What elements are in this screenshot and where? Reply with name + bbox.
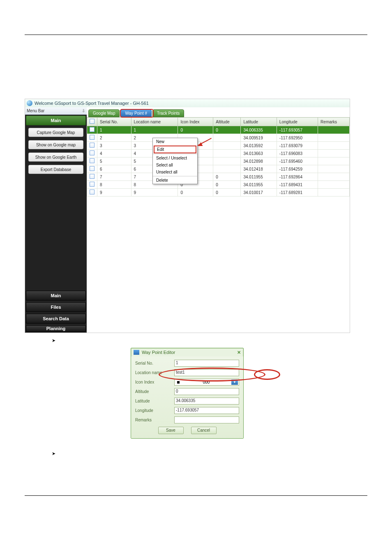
col-remarks[interactable]: Remarks xyxy=(318,118,350,126)
col-icon[interactable]: Icon Index xyxy=(178,118,213,126)
cell-select[interactable] xyxy=(87,189,97,197)
input-altitude[interactable]: 0 xyxy=(174,388,239,395)
select-icon-value: 000 xyxy=(203,380,210,384)
cell-select[interactable] xyxy=(87,134,97,142)
sidebar-group-main[interactable]: Main xyxy=(26,116,86,125)
chevron-down-icon[interactable]: ▼ xyxy=(231,379,238,385)
cell-serial: 2 xyxy=(97,134,131,142)
cell-serial: 1 xyxy=(97,126,131,134)
cell-select[interactable] xyxy=(87,165,97,173)
editor-title-text: Way Point Editor xyxy=(142,350,175,355)
close-icon[interactable]: ✕ xyxy=(237,350,241,355)
col-serial[interactable]: Serial No. xyxy=(97,118,131,126)
bullet-list: ➤ xyxy=(25,337,367,344)
cell-altitude: 0 xyxy=(213,126,241,134)
window-titlebar: Welcome GSsport to GS-Sport Travel Manag… xyxy=(25,99,350,107)
sidebar: Menu Bar ⇩ Main Capture Google Map Show … xyxy=(25,107,87,333)
tab-way-point-label: Way Point # xyxy=(125,111,147,116)
tab-track-points[interactable]: Track Points xyxy=(152,109,184,117)
cell-longitude: -117.693079 xyxy=(277,142,318,150)
tab-google-map[interactable]: Google Map xyxy=(88,109,120,117)
context-menu: New Edit Select / Unselect Select all Un… xyxy=(152,138,198,184)
cell-serial: 7 xyxy=(97,173,131,181)
cell-altitude xyxy=(213,150,241,157)
window-title: Welcome GSsport to GS-Sport Travel Manag… xyxy=(35,101,149,106)
tab-way-point[interactable]: Way Point # xyxy=(120,109,152,117)
ctx-new[interactable]: New xyxy=(153,138,197,145)
input-remarks[interactable] xyxy=(174,416,239,423)
bullet-1: ➤ xyxy=(52,337,367,344)
cell-remarks xyxy=(318,134,350,142)
pin-icon[interactable]: ⇩ xyxy=(82,109,85,113)
lbl-location: Location name xyxy=(135,370,174,375)
red-ellipse-side xyxy=(254,369,280,380)
input-serial[interactable]: 1 xyxy=(174,360,239,367)
table-row[interactable]: 6634.012418-117.694259 xyxy=(87,165,350,173)
cell-location: 9 xyxy=(131,189,178,197)
cell-select[interactable] xyxy=(87,181,97,189)
ctx-edit[interactable]: Edit xyxy=(154,146,196,153)
table-row[interactable]: 5534.012898-117.695460 xyxy=(87,157,350,165)
cell-select[interactable] xyxy=(87,142,97,150)
cell-longitude: -117.693057 xyxy=(277,126,318,134)
sidebar-bottom-planning[interactable]: Planning xyxy=(26,325,86,332)
cell-longitude: -117.692864 xyxy=(277,173,318,181)
bullet-icon: ➤ xyxy=(52,337,55,344)
table-row[interactable]: 2234.009519-117.692950 xyxy=(87,134,350,142)
content-area: Google Map Way Point # Track Points Seri… xyxy=(87,107,350,333)
cell-select[interactable] xyxy=(87,126,97,134)
cell-longitude: -117.689281 xyxy=(277,189,318,197)
cell-latitude: 34.012418 xyxy=(241,165,277,173)
icon-preview-dot xyxy=(177,381,180,384)
cell-remarks xyxy=(318,142,350,150)
table-row[interactable]: 110034.006335-117.693057 xyxy=(87,126,350,134)
cell-serial: 9 xyxy=(97,189,131,197)
cell-latitude: 34.010017 xyxy=(241,189,277,197)
ctx-select-unselect[interactable]: Select / Unselect xyxy=(153,155,197,162)
input-latitude[interactable]: 34.006335 xyxy=(174,398,239,405)
btn-export-database[interactable]: Export Database xyxy=(28,165,83,174)
input-location[interactable]: test1 xyxy=(174,369,239,376)
cell-remarks xyxy=(318,189,350,197)
ctx-delete[interactable]: Delete xyxy=(153,177,197,184)
table-row[interactable]: 4434.013663-117.696083 xyxy=(87,150,350,157)
col-longitude[interactable]: Longitude xyxy=(277,118,318,126)
menubar-label: Menu Bar xyxy=(27,109,44,113)
cell-remarks xyxy=(318,150,350,157)
sidebar-bottom-search[interactable]: Search Data xyxy=(26,314,86,324)
col-altitude[interactable]: Altitude xyxy=(213,118,241,126)
cell-remarks xyxy=(318,173,350,181)
btn-capture-google-map[interactable]: Capture Google Map xyxy=(28,128,83,137)
cell-serial: 3 xyxy=(97,142,131,150)
input-longitude[interactable]: -117.693057 xyxy=(174,407,239,414)
ctx-select-all[interactable]: Select all xyxy=(153,162,197,169)
cell-select[interactable] xyxy=(87,173,97,181)
select-icon-index[interactable]: 000 ▼ xyxy=(174,379,239,386)
table-row[interactable]: 3334.013592-117.693079 xyxy=(87,142,350,150)
dialog-icon xyxy=(134,350,139,355)
editor-titlebar: Way Point Editor ✕ xyxy=(131,348,243,356)
cancel-button[interactable]: Cancel xyxy=(191,427,217,434)
ctx-unselect-all[interactable]: Unselect all xyxy=(153,169,197,176)
cell-altitude: 0 xyxy=(213,181,241,189)
col-location[interactable]: Location name xyxy=(131,118,178,126)
lbl-longitude: Longitude xyxy=(135,408,174,413)
col-latitude[interactable]: Latitude xyxy=(241,118,277,126)
sidebar-bottom-main[interactable]: Main xyxy=(26,291,86,301)
table-row[interactable]: 770034.011955-117.692864 xyxy=(87,173,350,181)
col-select[interactable] xyxy=(87,118,97,126)
cell-location: 1 xyxy=(131,126,178,134)
cell-altitude xyxy=(213,157,241,165)
app-window: Welcome GSsport to GS-Sport Travel Manag… xyxy=(25,99,350,333)
cell-select[interactable] xyxy=(87,150,97,157)
save-button[interactable]: Save xyxy=(158,427,184,434)
btn-show-on-google-earth[interactable]: Show on Google Earth xyxy=(28,153,83,162)
cell-longitude: -117.692950 xyxy=(277,134,318,142)
table-row[interactable]: 990034.010017-117.689281 xyxy=(87,189,350,197)
table-row[interactable]: 880034.011955-117.689431 xyxy=(87,181,350,189)
btn-show-on-google-map[interactable]: Show on Google map xyxy=(28,140,83,149)
cell-select[interactable] xyxy=(87,157,97,165)
editor-wrap: Way Point Editor ✕ Serial No. 1 Location… xyxy=(131,348,262,439)
cell-remarks xyxy=(318,181,350,189)
sidebar-bottom-files[interactable]: Files xyxy=(26,302,86,312)
